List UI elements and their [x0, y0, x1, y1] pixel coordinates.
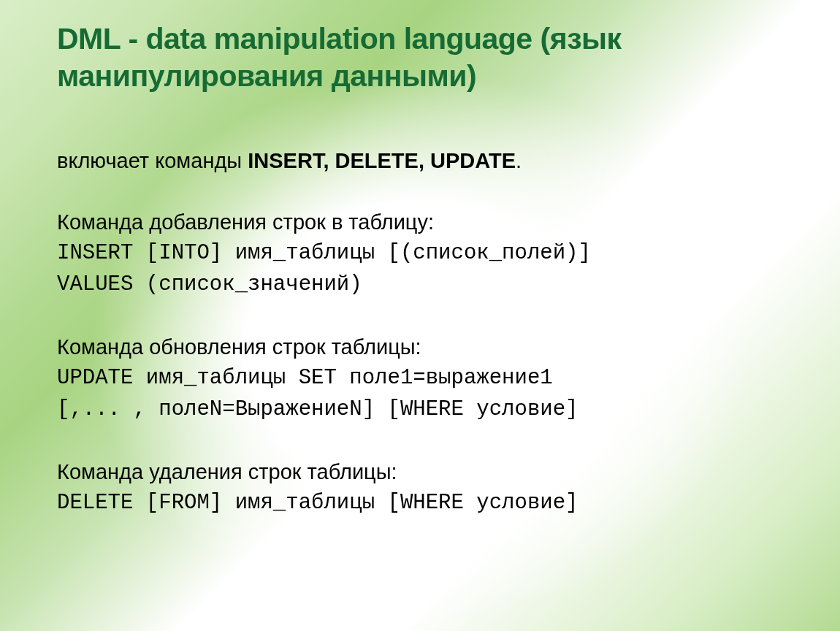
section-insert-heading: Команда добавления строк в таблицу: — [57, 207, 783, 238]
code-insert-line1: INSERT [INTO] имя_таблицы [(список_полей… — [57, 238, 783, 269]
slide-title: DML - data manipulation language (язык м… — [57, 20, 783, 96]
intro-commands: INSERT, DELETE, UPDATE — [248, 149, 516, 172]
spacer — [57, 426, 783, 456]
slide: DML - data manipulation language (язык м… — [0, 0, 840, 631]
intro-line: включает команды INSERT, DELETE, UPDATE. — [57, 145, 783, 177]
slide-body: включает команды INSERT, DELETE, UPDATE.… — [57, 145, 783, 519]
code-insert-line2: VALUES (список_значений) — [57, 269, 783, 301]
spacer — [57, 301, 783, 332]
intro-suffix: . — [516, 149, 522, 172]
section-update-heading: Команда обновления строк таблицы: — [57, 332, 783, 363]
intro-prefix: включает команды — [57, 149, 248, 172]
code-update-line1: UPDATE имя_таблицы SET поле1=выражение1 — [57, 363, 783, 394]
code-delete-line1: DELETE [FROM] имя_таблицы [WHERE условие… — [57, 488, 783, 519]
spacer — [57, 176, 783, 207]
section-delete-heading: Команда удаления строк таблицы: — [57, 456, 783, 488]
code-update-line2: [,... , полеN=ВыражениеN] [WHERE условие… — [57, 394, 783, 426]
